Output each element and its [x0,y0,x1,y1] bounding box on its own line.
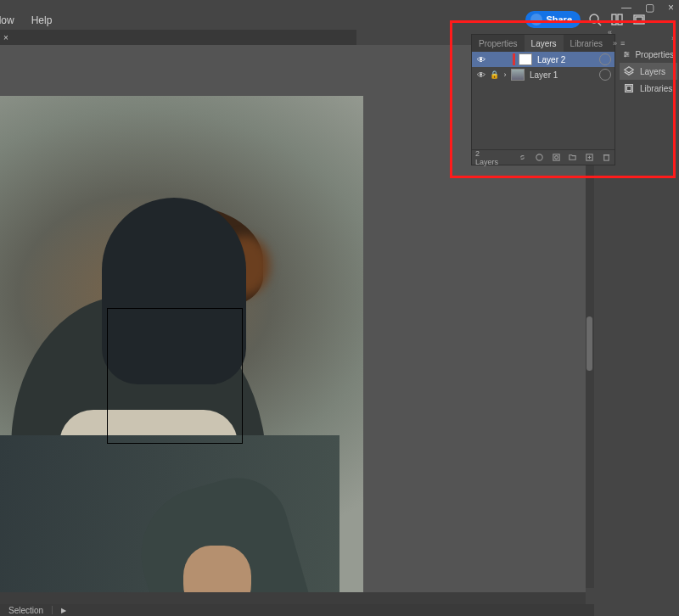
workspace-grid-icon[interactable] [609,12,625,27]
new-group-icon[interactable] [568,153,578,163]
panel-expand-icon[interactable]: » [613,39,617,48]
delete-layer-icon[interactable] [601,153,611,163]
horizontal-scrollbar[interactable] [0,592,586,604]
layer-style-icon[interactable] [534,153,544,163]
layer-row[interactable]: 👁🔒›Layer 1 [472,67,614,82]
visibility-icon[interactable]: 👁 [475,55,487,64]
color-label [513,53,515,65]
menu-help[interactable]: Help [23,14,61,26]
menu-window[interactable]: ndow [0,14,23,26]
selection-marquee[interactable] [107,308,243,444]
layer-name[interactable]: Layer 1 [526,70,598,80]
layer-count-label: 2 Layers [475,149,504,166]
link-layers-icon[interactable] [518,153,528,163]
svg-rect-16 [553,154,558,160]
layer-thumbnail[interactable] [511,69,525,81]
share-label: Share [546,14,572,25]
tab-properties[interactable]: Properties [472,35,525,52]
dock-layers[interactable]: Layers [620,63,677,80]
svg-point-15 [536,154,542,160]
status-flyout-icon[interactable]: ▶ [61,607,66,614]
share-button[interactable]: Share [525,11,581,28]
layer-quick-icon[interactable] [599,53,611,65]
panel-menu-icon[interactable]: ≡ [620,39,625,48]
avatar-icon [530,14,542,25]
layer-thumbnail[interactable] [519,53,532,65]
svg-rect-5 [636,17,643,22]
expand-icon[interactable]: › [501,70,509,79]
layer-quick-icon[interactable] [599,69,611,81]
panel-collapse-handle[interactable]: « [471,28,615,32]
layer-mask-icon[interactable] [551,153,561,163]
search-icon[interactable] [587,12,603,27]
layer-name[interactable]: Layer 2 [534,55,598,64]
document-canvas[interactable] [0,96,363,595]
lock-icon[interactable]: 🔒 [489,70,499,79]
status-mode: Selection [8,606,43,615]
svg-point-0 [590,14,598,23]
svg-marker-12 [625,67,634,73]
visibility-icon[interactable]: 👁 [475,70,487,80]
panel-dock: » Properties Layers Libraries [618,34,679,594]
screen-mode-icon[interactable] [631,12,647,27]
tab-close-icon[interactable]: × [3,33,8,42]
tab-libraries[interactable]: Libraries [564,35,609,52]
svg-rect-14 [626,86,631,90]
svg-rect-3 [618,14,622,25]
tab-layers[interactable]: Layers [525,35,564,52]
svg-line-1 [598,22,601,25]
layer-row[interactable]: 👁Layer 2 [472,52,614,67]
status-bar: Selection ▶ [0,604,594,616]
svg-point-17 [554,156,558,160]
svg-rect-21 [603,155,609,160]
layers-panel: Properties Layers Libraries » ≡ 👁Layer 2… [471,34,615,165]
svg-rect-2 [612,14,616,25]
new-layer-icon[interactable] [585,153,595,163]
document-tab-bar: × [0,30,356,45]
dock-libraries[interactable]: Libraries [620,80,677,97]
dock-expand-icon[interactable]: » [671,34,676,46]
